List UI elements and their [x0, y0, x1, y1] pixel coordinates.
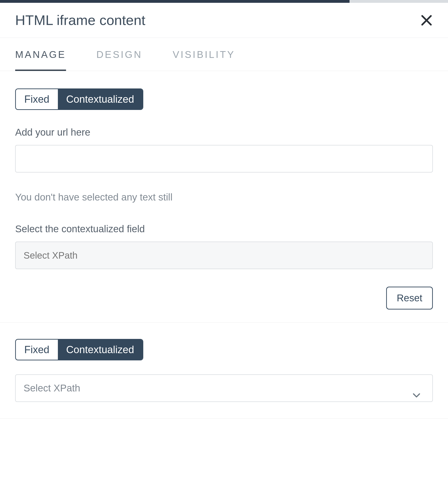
url-input[interactable] [15, 145, 433, 172]
url-field-label: Add your url here [15, 127, 433, 138]
url-mode-toggle: Fixed Contextualized [15, 89, 143, 110]
url-mode-contextualized[interactable]: Contextualized [58, 89, 143, 109]
second-mode-toggle: Fixed Contextualized [15, 339, 143, 360]
no-text-selected-helper: You don't have selected any text still [15, 192, 433, 203]
window-topbar [0, 0, 448, 3]
manage-panel: Fixed Contextualized Add your url here Y… [0, 71, 448, 322]
xpath-select-placeholder: Select XPath [24, 383, 80, 394]
xpath-input-readonly[interactable] [15, 242, 433, 269]
second-section: Fixed Contextualized Select XPath [0, 323, 448, 418]
xpath-select[interactable]: Select XPath [15, 375, 433, 402]
panel-header: HTML iframe content [0, 3, 448, 38]
tab-visibility[interactable]: VISIBILITY [173, 38, 235, 71]
close-button[interactable] [419, 13, 434, 28]
contextualized-field-label: Select the contextualized field [15, 223, 433, 235]
panel-title: HTML iframe content [15, 12, 145, 28]
tab-bar: MANAGE DESIGN VISIBILITY [0, 38, 448, 71]
tab-design[interactable]: DESIGN [96, 38, 142, 71]
tab-manage[interactable]: MANAGE [15, 38, 66, 71]
url-mode-fixed[interactable]: Fixed [16, 89, 58, 109]
second-mode-fixed[interactable]: Fixed [16, 340, 58, 360]
second-mode-contextualized[interactable]: Contextualized [58, 340, 143, 360]
close-icon [420, 14, 433, 27]
section-divider-2 [0, 418, 448, 418]
reset-button[interactable]: Reset [386, 287, 433, 310]
